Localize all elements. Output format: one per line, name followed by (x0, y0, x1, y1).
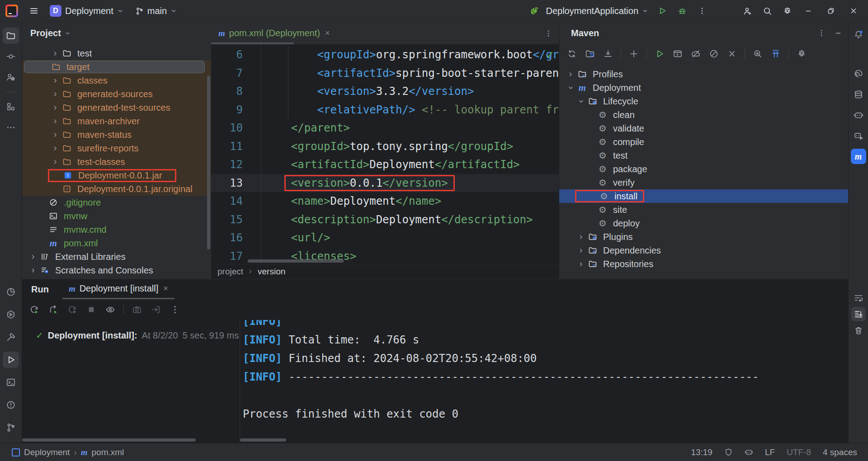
project-tree-item-pom-xml[interactable]: mpom.xml (22, 236, 211, 250)
sync-button[interactable] (566, 48, 577, 59)
code-line-10[interactable]: 10 </parent> (211, 119, 559, 137)
execute-goal-button[interactable] (672, 48, 683, 59)
maven-tree-item-deploy[interactable]: ⚙deploy (559, 216, 848, 230)
chevron-right-icon[interactable] (27, 268, 39, 273)
shield-icon[interactable] (724, 448, 733, 456)
inspection-ok-icon[interactable]: ✓ (546, 49, 554, 61)
project-tree-item-target[interactable]: target (22, 60, 211, 74)
code-line-14[interactable]: 14 <name>Deployment</name> (211, 192, 559, 211)
maven-tree-item-site[interactable]: ⚙site (559, 203, 848, 216)
copilot-icon[interactable] (745, 448, 753, 456)
project-tree-item-scratches-and-consoles[interactable]: Scratches and Consoles (22, 263, 211, 277)
maven-hide-button[interactable] (835, 29, 842, 37)
project-tree-item-maven-status[interactable]: maven-status (22, 128, 211, 141)
tab-options-button[interactable] (544, 29, 552, 38)
console-hscrollbar[interactable] (240, 438, 286, 442)
maven-tree-item-deployment[interactable]: mDeployment (559, 81, 848, 94)
build-icon[interactable] (3, 329, 19, 345)
maven-tree-item-install[interactable]: ⚙install (559, 189, 848, 203)
project-folder-icon[interactable] (3, 28, 19, 44)
search-everywhere-button[interactable] (760, 3, 775, 19)
skip-tests-button[interactable] (708, 48, 719, 59)
project-tree-item-surefire-reports[interactable]: surefire-reports (22, 141, 211, 155)
chevron-right-icon[interactable] (49, 146, 61, 151)
code-line-12[interactable]: 12 <artifactId>Deployment</artifactId> (211, 155, 559, 174)
add-button[interactable] (628, 48, 639, 59)
ai-assistant-icon[interactable] (850, 66, 867, 82)
tab-close-icon[interactable]: × (325, 28, 330, 38)
maven-tree-item-verify[interactable]: ⚙verify (559, 176, 848, 189)
version-control-icon[interactable] (3, 419, 19, 436)
maven-badge-icon[interactable]: m (851, 149, 866, 164)
database-icon[interactable] (850, 86, 867, 103)
maven-tree-item-profiles[interactable]: Profiles (559, 67, 848, 81)
chevron-right-icon[interactable] (575, 234, 587, 240)
line-ending-widget[interactable]: LF (765, 447, 775, 457)
maven-tree-item-clean[interactable]: ⚙clean (559, 108, 848, 122)
expand-all-button[interactable] (770, 48, 781, 59)
chevron-down-icon[interactable] (575, 99, 587, 104)
code-line-6[interactable]: 6 <groupId>org.springframework.boot</gro… (211, 46, 559, 64)
project-widget[interactable]: D Deployment (46, 3, 127, 19)
project-scrollbar[interactable] (207, 75, 210, 249)
run-green-button[interactable] (654, 48, 665, 59)
maven-tree-item-lifecycle[interactable]: Lifecycle (559, 94, 848, 108)
stop-button[interactable] (85, 304, 97, 315)
more-actions-button[interactable] (694, 3, 710, 19)
close-button[interactable] (844, 3, 863, 19)
maven-tree-item-test[interactable]: ⚙test (559, 149, 848, 162)
maven-tree-item-plugins[interactable]: Plugins (559, 230, 848, 244)
restore-button[interactable] (822, 3, 840, 19)
chevron-right-icon[interactable] (49, 159, 61, 165)
code-line-8[interactable]: 8 <version>3.3.2</version> (211, 82, 559, 101)
maven-tree-item-compile[interactable]: ⚙compile (559, 135, 848, 149)
code-line-16[interactable]: 16 <url/> (211, 229, 559, 247)
chevron-right-icon[interactable] (565, 71, 576, 77)
code-line-15[interactable]: 15 <description>Deployment</description> (211, 211, 559, 229)
branch-widget[interactable]: main (132, 4, 180, 18)
run-icon[interactable] (3, 352, 19, 368)
code-editor[interactable]: ✓ 6 <groupId>org.springframework.boot</g… (211, 45, 559, 264)
editor-hscrollbar[interactable] (248, 259, 344, 263)
project-tree-item-test[interactable]: test (22, 47, 211, 60)
settings-button[interactable] (779, 3, 795, 19)
chevron-right-icon[interactable] (49, 78, 61, 84)
code-line-7[interactable]: 7 <artifactId>spring-boot-starter-parent… (211, 64, 559, 83)
project-tree-item-mvnw[interactable]: mvnw (22, 209, 211, 223)
run-button[interactable] (655, 3, 670, 19)
reload-folder-button[interactable] (585, 48, 595, 59)
code-line-11[interactable]: 11 <groupId>top.tony.spring</groupId> (211, 137, 559, 156)
problems-icon[interactable] (3, 397, 19, 413)
debug-button[interactable] (675, 3, 690, 19)
indent-widget[interactable]: 4 spaces (823, 447, 857, 457)
status-project-name[interactable]: Deployment (24, 447, 70, 457)
clear-trash-icon[interactable] (851, 323, 866, 338)
project-panel-header[interactable]: Project (22, 22, 211, 44)
pull-requests-icon[interactable]: ? (3, 69, 19, 85)
maven-tree-item-validate[interactable]: ⚙validate (559, 122, 848, 135)
copilot-icon[interactable] (850, 107, 867, 123)
project-tree-item-mvnw-cmd[interactable]: mvnw.cmd (22, 223, 211, 236)
project-tree-item--gitignore[interactable]: .gitignore (22, 196, 211, 209)
caret-position[interactable]: 13:19 (691, 447, 712, 457)
notifications-icon[interactable] (850, 27, 867, 43)
terminal-icon[interactable] (3, 374, 19, 390)
rerun-attach-button[interactable] (47, 304, 59, 315)
tab-close-icon[interactable]: × (163, 284, 168, 293)
minimize-button[interactable] (799, 3, 817, 19)
add-user-button[interactable] (740, 3, 755, 19)
more-horizontal-icon[interactable] (3, 119, 19, 136)
breadcrumb-project[interactable]: project (217, 267, 243, 277)
encoding-widget[interactable]: UTF-8 (787, 447, 811, 457)
chevron-right-icon[interactable] (49, 105, 61, 111)
more-vertical-button[interactable] (169, 304, 181, 315)
chevron-right-icon[interactable] (27, 254, 39, 260)
chevron-right-icon[interactable] (49, 51, 61, 56)
run-left-hscrollbar[interactable] (22, 438, 196, 442)
structure-icon[interactable] (3, 99, 19, 115)
toggle-offline-button[interactable] (690, 48, 701, 59)
export-console-button[interactable] (150, 304, 162, 315)
status-file-name[interactable]: pom.xml (92, 447, 124, 457)
project-tree-item-generated-sources[interactable]: generated-sources (22, 87, 211, 101)
close-x-button[interactable] (726, 48, 737, 59)
